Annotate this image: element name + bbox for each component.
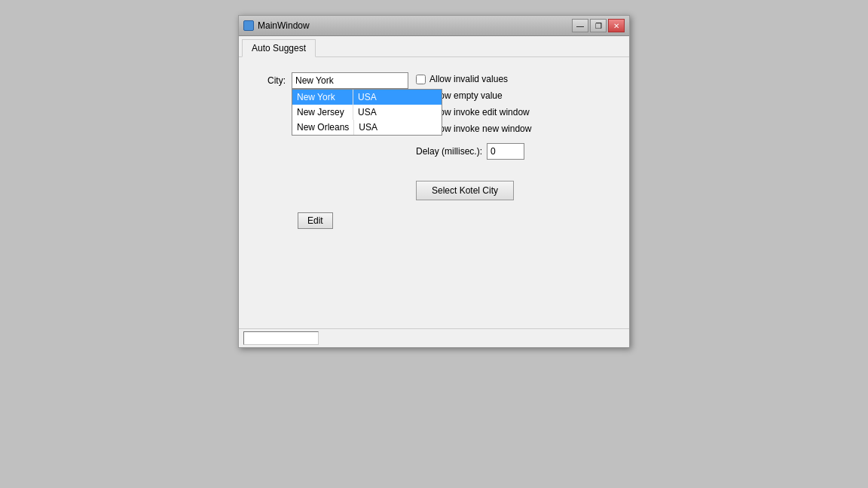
title-bar: MainWindow — ❐ ✕ (239, 16, 629, 36)
dropdown-country-label: USA (353, 105, 413, 120)
dropdown-country-label: USA (353, 120, 414, 135)
edit-button[interactable]: Edit (298, 212, 333, 229)
app-icon (243, 20, 254, 31)
city-dropdown-container: New York USA New Jersey USA New Orleans … (292, 72, 408, 89)
select-button-row: Select Kotel City (416, 172, 531, 200)
city-row: City: New York USA New Jersey USA New Or… (254, 72, 614, 200)
delay-label: Delay (millisec.): (416, 146, 482, 157)
title-bar-controls: — ❐ ✕ (572, 19, 625, 32)
city-input[interactable] (292, 72, 408, 89)
dropdown-item-new-jersey[interactable]: New Jersey USA (292, 105, 442, 120)
allow-invoke-edit-label: Allow invoke edit window (429, 107, 530, 117)
tab-bar: Auto Suggest (239, 36, 629, 57)
delay-input[interactable] (487, 143, 524, 160)
dropdown-city-label: New York (292, 90, 353, 105)
allow-invalid-label: Allow invalid values (429, 74, 508, 84)
dropdown-item-new-orleans[interactable]: New Orleans USA (292, 120, 442, 135)
allow-invoke-new-label: Allow invoke new window (429, 124, 531, 134)
restore-button[interactable]: ❐ (590, 19, 607, 32)
window-title: MainWindow (258, 20, 310, 31)
city-dropdown-list: New York USA New Jersey USA New Orleans … (292, 89, 442, 136)
checkbox-row-invalid: Allow invalid values (416, 74, 531, 84)
select-kotel-city-button[interactable]: Select Kotel City (416, 181, 514, 200)
main-window: MainWindow — ❐ ✕ Auto Suggest City: New … (238, 15, 630, 348)
status-item-1 (243, 331, 319, 345)
title-bar-left: MainWindow (243, 20, 310, 31)
status-bar (239, 328, 629, 347)
city-label: City: (254, 72, 292, 86)
content-area: City: New York USA New Jersey USA New Or… (239, 57, 629, 328)
minimize-button[interactable]: — (572, 19, 588, 32)
dropdown-item-new-york[interactable]: New York USA (292, 90, 442, 105)
dropdown-country-label: USA (353, 90, 413, 105)
dropdown-city-label: New Orleans (292, 120, 353, 135)
dropdown-city-label: New Jersey (292, 105, 353, 120)
close-button[interactable]: ✕ (608, 19, 625, 32)
allow-invalid-checkbox[interactable] (416, 75, 426, 84)
tab-auto-suggest[interactable]: Auto Suggest (242, 39, 316, 57)
delay-row: Delay (millisec.): (416, 143, 531, 160)
